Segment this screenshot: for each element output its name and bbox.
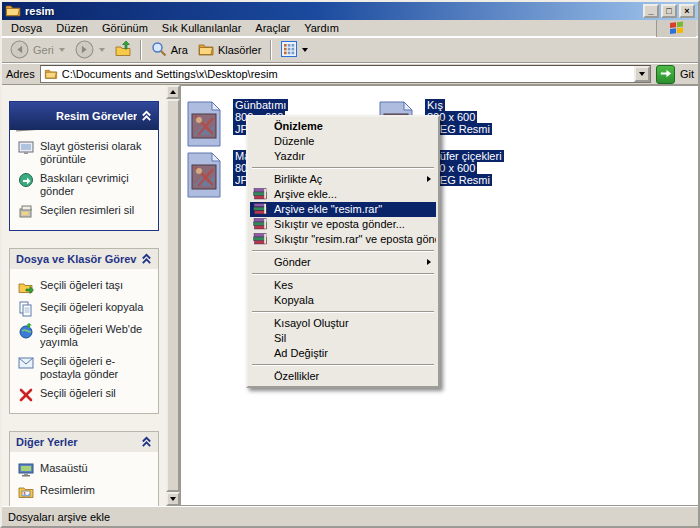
menu-item-label: Sıkıştır "resim.rar" ve eposta gönder <box>274 233 436 245</box>
menu-s-k-kullan-lanlar[interactable]: Sık Kullanılanlar <box>155 20 249 36</box>
context-menu-item-özellikler[interactable]: Özellikler <box>250 369 436 384</box>
panel-file-folder-tasks: Dosya ve Klasör GörevleriSeçili öğeleri … <box>9 248 159 414</box>
close-button[interactable]: × <box>679 4 695 18</box>
back-label: Geri <box>33 44 54 56</box>
maximize-button[interactable]: □ <box>661 4 677 18</box>
task-link-label: Resimlerim <box>40 484 95 497</box>
views-icon <box>281 41 297 59</box>
slideshow-icon <box>18 140 34 156</box>
menu-item-label: Önizleme <box>274 120 323 132</box>
file-name: Günbatımı <box>233 99 288 111</box>
menu-item-label: Sıkıştır ve eposta gönder... <box>274 218 405 230</box>
menu-separator <box>252 250 434 252</box>
folders-icon <box>198 41 214 59</box>
menu-g-r-n-m[interactable]: Görünüm <box>95 20 155 36</box>
forward-button[interactable] <box>71 38 109 62</box>
collapse-chevron-icon[interactable] <box>141 435 152 450</box>
menu-item-label: Kes <box>274 279 293 291</box>
go-button[interactable] <box>656 65 675 84</box>
context-menu-item-önizleme[interactable]: Önizleme <box>250 119 436 134</box>
menu-separator <box>252 311 434 313</box>
menu-item-label: Kopyala <box>274 294 314 306</box>
views-dropdown-icon[interactable] <box>302 48 308 52</box>
views-button[interactable] <box>277 38 312 62</box>
back-dropdown-icon[interactable] <box>59 48 65 52</box>
windows-flag-icon <box>665 20 689 38</box>
panel-header-picture-tasks[interactable]: Resim Görevleri <box>10 102 158 130</box>
menu-ara-lar[interactable]: Araçlar <box>248 20 297 36</box>
email-icon <box>18 355 34 371</box>
task-link-slayt-gösterisi-olarak-görüntü[interactable]: Slayt gösterisi olarak görüntüle <box>10 137 156 169</box>
folders-label: Klasörler <box>218 44 261 56</box>
address-input[interactable]: C:\Documents and Settings\x\Desktop\resi… <box>40 65 651 83</box>
task-link-label: Seçilen resimleri sil <box>40 204 134 217</box>
task-link-seçili-öğeleri-web-de-yayımla[interactable]: Seçili öğeleri Web'de yayımla <box>10 320 156 352</box>
panel-header-other-places[interactable]: Diğer Yerler <box>10 432 158 452</box>
folder-icon <box>5 2 21 20</box>
address-dropdown-button[interactable] <box>634 66 650 82</box>
sidebar-scrollbar[interactable] <box>166 85 180 506</box>
menu-item-label: Gönder <box>274 256 311 268</box>
panel-header-file-folder-tasks[interactable]: Dosya ve Klasör Görevleri <box>10 249 158 269</box>
desktop-icon <box>18 462 34 478</box>
back-button[interactable]: Geri <box>6 38 69 62</box>
task-link-seçili-öğeleri-sil[interactable]: Seçili öğeleri sil <box>10 384 156 406</box>
menu-item-label: Sil <box>274 332 286 344</box>
menu-item-label: Kısayol Oluştur <box>274 317 349 329</box>
menu-d-zen[interactable]: Düzen <box>49 20 95 36</box>
context-menu-item-sıkıştır-ve-eposta-gönder[interactable]: Sıkıştır ve eposta gönder... <box>250 217 436 232</box>
task-link-bilgisayarım[interactable]: Bilgisayarım <box>10 503 156 506</box>
context-menu-item-gönder[interactable]: Gönder <box>250 255 436 270</box>
panel-other-places: Diğer YerlerMasaüstüResimlerimBilgisayar… <box>9 431 159 506</box>
menu-dosya[interactable]: Dosya <box>4 20 49 36</box>
forward-icon <box>75 40 94 61</box>
panel-body: MasaüstüResimlerimBilgisayarımAğ Bağlant… <box>10 452 158 506</box>
panel-title: Dosya ve Klasör Görevleri <box>16 253 137 265</box>
context-menu: ÖnizlemeDüzenleYazdırBirlikte AçArşive e… <box>246 115 440 388</box>
search-label: Ara <box>171 44 188 56</box>
menu-yard-m[interactable]: Yardım <box>297 20 346 36</box>
task-link-label: Seçili öğeleri Web'de yayımla <box>40 323 154 349</box>
context-menu-item-birlikte-aç[interactable]: Birlikte Aç <box>250 172 436 187</box>
search-icon <box>151 41 167 59</box>
menu-separator <box>252 273 434 275</box>
scroll-up-button[interactable] <box>166 85 180 99</box>
task-link-seçili-öğeleri-taşı[interactable]: Seçili öğeleri taşı <box>10 276 156 298</box>
up-button[interactable] <box>111 38 135 62</box>
context-menu-item-kısayol-oluştur[interactable]: Kısayol Oluştur <box>250 316 436 331</box>
forward-dropdown-icon[interactable] <box>99 48 105 52</box>
menu-item-label: Birlikte Aç <box>274 173 322 185</box>
scroll-down-button[interactable] <box>166 492 180 506</box>
task-link-masaüstü[interactable]: Masaüstü <box>10 459 156 481</box>
address-path: C:\Documents and Settings\x\Desktop\resi… <box>62 68 630 80</box>
context-menu-item-yazdır[interactable]: Yazdır <box>250 149 436 164</box>
minimize-button[interactable]: _ <box>643 4 659 18</box>
context-menu-item-arşive-ekle-resim-rar[interactable]: Arşive ekle "resim.rar" <box>250 202 436 217</box>
context-menu-item-düzenle[interactable]: Düzenle <box>250 134 436 149</box>
menu-separator <box>252 364 434 366</box>
context-menu-item-sil[interactable]: Sil <box>250 331 436 346</box>
folders-button[interactable]: Klasörler <box>194 38 265 62</box>
submenu-arrow-icon <box>427 176 431 182</box>
collapse-chevron-icon[interactable] <box>141 109 152 124</box>
context-menu-item-ad-değiştir[interactable]: Ad Değiştir <box>250 346 436 361</box>
title-bar[interactable]: resim _ □ × <box>2 2 698 20</box>
task-link-seçili-öğeleri-kopyala[interactable]: Seçili öğeleri kopyala <box>10 298 156 320</box>
task-link-seçili-öğeleri-e-postayla-gönd[interactable]: Seçili öğeleri e-postayla gönder <box>10 352 156 384</box>
context-menu-item-kes[interactable]: Kes <box>250 278 436 293</box>
panel-body: Slayt gösterisi olarak görüntüleBaskılar… <box>10 130 158 230</box>
scrollbar-thumb[interactable] <box>166 99 180 492</box>
task-link-baskıları-çevrimiçi-gönder[interactable]: Baskıları çevrimiçi gönder <box>10 169 156 201</box>
delete-pictures-icon <box>18 204 34 220</box>
task-link-seçilen-resimleri-sil[interactable]: Seçilen resimleri sil <box>10 201 156 223</box>
task-link-label: Seçili öğeleri sil <box>40 387 116 400</box>
collapse-chevron-icon[interactable] <box>141 252 152 267</box>
task-link-resimlerim[interactable]: Resimlerim <box>10 481 156 503</box>
search-button[interactable]: Ara <box>147 38 192 62</box>
context-menu-item-sıkıştır-resim-rar-ve-eposta-gön[interactable]: Sıkıştır "resim.rar" ve eposta gönder <box>250 232 436 247</box>
context-menu-item-kopyala[interactable]: Kopyala <box>250 293 436 308</box>
status-text: Dosyaları arşive ekle <box>8 511 110 523</box>
menu-separator <box>252 167 434 169</box>
task-link-label: Slayt gösterisi olarak görüntüle <box>40 140 154 166</box>
context-menu-item-arşive-ekle[interactable]: Arşive ekle... <box>250 187 436 202</box>
